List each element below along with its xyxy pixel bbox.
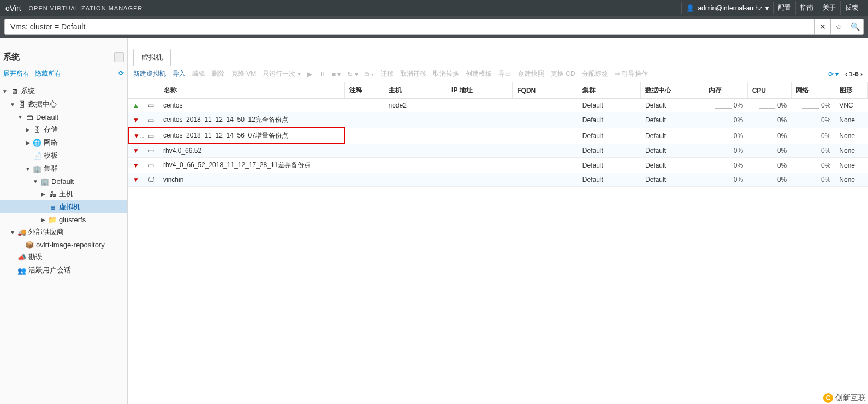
vm-type-icon: ▭ — [144, 144, 159, 158]
cell-fqdn — [513, 144, 578, 158]
tree-item-网络[interactable]: ▶🌐网络 — [0, 136, 127, 149]
tree-item-活跃用户会话[interactable]: 👥活跃用户会话 — [0, 264, 127, 277]
tree-item-glusterfs[interactable]: ▶📁glusterfs — [0, 213, 127, 225]
tree-item-Default[interactable]: ▼🏢Default — [0, 175, 127, 187]
sidebar-search-icon[interactable] — [114, 52, 124, 62]
cell-fqdn — [513, 173, 578, 187]
cell-cpu: 0% — [747, 112, 791, 128]
col-主机[interactable]: 主机 — [384, 82, 447, 99]
top-link-guide[interactable]: 指南 — [796, 1, 818, 15]
tree-toggle-icon[interactable]: ▼ — [10, 229, 15, 235]
toolbar-引导操作: ⇨ 引导操作 — [615, 69, 648, 79]
table-row[interactable]: ▼▭centos_2018_11_12_14_56_07增量备份点Default… — [128, 128, 868, 144]
cell-mem: 0% — [704, 128, 747, 144]
tree-item-集群[interactable]: ▼🏢集群 — [0, 162, 127, 175]
user-menu[interactable]: 👤 admin@internal-authz ▾ — [681, 2, 774, 14]
top-link-feedback[interactable]: 反馈 — [841, 1, 863, 15]
table-row[interactable]: ▼🖵vinchinDefaultDefault0%0%0%None — [128, 173, 868, 187]
tree-item-模板[interactable]: 📄模板 — [0, 149, 127, 162]
tree-toggle-icon[interactable]: ▼ — [25, 166, 31, 172]
col-注释[interactable]: 注释 — [344, 82, 384, 99]
tab-vms[interactable]: 虚拟机 — [133, 49, 171, 66]
cell-comment — [344, 158, 384, 173]
tree-item-label: 网络 — [44, 138, 58, 147]
dc-icon: 🗄 — [17, 100, 26, 109]
toolbar-取消转换: 取消转换 — [433, 69, 459, 79]
cell-cpu: 0% — [747, 128, 791, 144]
top-link-about[interactable]: 关于 — [818, 1, 841, 15]
tree-item-系统[interactable]: ▼🖥系统 — [0, 85, 127, 98]
refresh-icon[interactable]: ⟳ — [118, 69, 124, 79]
tree-toggle-icon[interactable]: ▼ — [2, 88, 8, 94]
tree-toggle-icon[interactable]: ▼ — [33, 179, 38, 185]
tree-item-ovirt-image-repository[interactable]: 📦ovirt-image-repository — [0, 239, 127, 251]
tree-item-label: ovirt-image-repository — [36, 241, 105, 249]
toolbar-⧉: ⧉ ▾ — [365, 70, 374, 78]
tree-item-数据中心[interactable]: ▼🗄数据中心 — [0, 98, 127, 111]
toolbar-新建虚拟机[interactable]: 新建虚拟机 — [133, 69, 166, 79]
tree-item-label: 外部供应商 — [28, 227, 64, 237]
brand: oVirt OPEN VIRTUALIZATION MANAGER — [5, 4, 142, 13]
cell-comment — [344, 173, 384, 187]
tree-toggle-icon[interactable]: ▶ — [25, 127, 31, 133]
chevron-down-icon: ▾ — [765, 4, 769, 12]
cell-ip — [447, 144, 513, 158]
expand-all-link[interactable]: 展开所有 — [3, 69, 29, 79]
table-row[interactable]: ▲▭centosnode2DefaultDefault0%0%0%VNC — [128, 99, 868, 112]
col-内存[interactable]: 内存 — [704, 82, 747, 99]
cell-net: 0% — [791, 158, 835, 173]
status-icon: ▼ — [128, 144, 144, 158]
cell-cpu: 0% — [747, 144, 791, 158]
col-网络[interactable]: 网络 — [791, 82, 835, 99]
tree-toggle-icon[interactable]: ▼ — [10, 102, 15, 108]
tree-item-勘误[interactable]: 📣勘误 — [0, 251, 127, 264]
cell-comment — [344, 128, 384, 144]
toolbar-导出: 导出 — [498, 69, 512, 79]
table-row[interactable]: ▼▭rhv4.0_66.52DefaultDefault0%0%0%None — [128, 144, 868, 158]
tree-item-外部供应商[interactable]: ▼🚚外部供应商 — [0, 225, 127, 239]
col-图形[interactable]: 图形 — [835, 82, 867, 99]
tree-item-Default[interactable]: ▼🗃Default — [0, 111, 127, 123]
col-名称[interactable]: 名称 — [159, 82, 344, 99]
col-集群[interactable]: 集群 — [578, 82, 641, 99]
toolbar-迁移: 迁移 — [381, 69, 394, 79]
toolbar-导入[interactable]: 导入 — [173, 69, 186, 79]
col-数据中心[interactable]: 数据中心 — [641, 82, 704, 99]
toolbar-取消迁移: 取消迁移 — [400, 69, 426, 79]
toolbar-克隆 VM: 克隆 VM — [231, 69, 256, 79]
cell-dc: Default — [641, 112, 704, 128]
toolbar-refresh[interactable]: ⟳ ▾ — [828, 70, 839, 78]
cell-host — [384, 144, 447, 158]
toolbar-创建快照: 创建快照 — [518, 69, 544, 79]
tree-item-label: glusterfs — [59, 216, 86, 224]
bookmark-search-button[interactable]: ☆ — [831, 19, 847, 35]
tree-toggle-icon[interactable]: ▶ — [40, 217, 46, 223]
cell-ip — [447, 173, 513, 187]
tree-item-存储[interactable]: ▶🗄存储 — [0, 123, 127, 136]
top-link-config[interactable]: 配置 — [774, 1, 796, 15]
collapse-all-link[interactable]: 隐藏所有 — [35, 69, 61, 79]
col-FQDN[interactable]: FQDN — [513, 82, 578, 99]
search-button[interactable]: 🔍 — [847, 19, 864, 35]
tree-toggle-icon[interactable]: ▶ — [40, 191, 46, 197]
tree-toggle-icon[interactable]: ▼ — [17, 114, 23, 120]
cell-graphics: None — [835, 128, 867, 144]
cell-dc: Default — [641, 99, 704, 112]
tree-item-虚拟机[interactable]: 🖥虚拟机 — [0, 200, 127, 213]
tree-item-主机[interactable]: ▶🖧主机 — [0, 187, 127, 200]
search-input[interactable] — [4, 19, 815, 35]
col-CPU[interactable]: CPU — [747, 82, 791, 99]
cell-net: 0% — [791, 144, 835, 158]
tree-item-label: 模板 — [44, 151, 58, 161]
col-IP 地址[interactable]: IP 地址 — [447, 82, 513, 99]
system-icon: 🖥 — [10, 87, 19, 96]
table-row[interactable]: ▼▭centos_2018_11_12_14_50_12完全备份点Default… — [128, 112, 868, 128]
tree-item-label: 数据中心 — [28, 99, 57, 109]
col-icon[interactable] — [144, 82, 159, 99]
tree-toggle-icon[interactable]: ▶ — [25, 140, 31, 146]
col-icon[interactable] — [128, 82, 144, 99]
toolbar-删除: 删除 — [212, 69, 225, 79]
table-row[interactable]: ▼▭rhv4_0_66_52_2018_11_12_17_28_11差异备份点D… — [128, 158, 868, 173]
toolbar-只运行一次: 只运行一次 ▾ — [263, 69, 300, 79]
clear-search-button[interactable]: ✕ — [815, 19, 831, 35]
